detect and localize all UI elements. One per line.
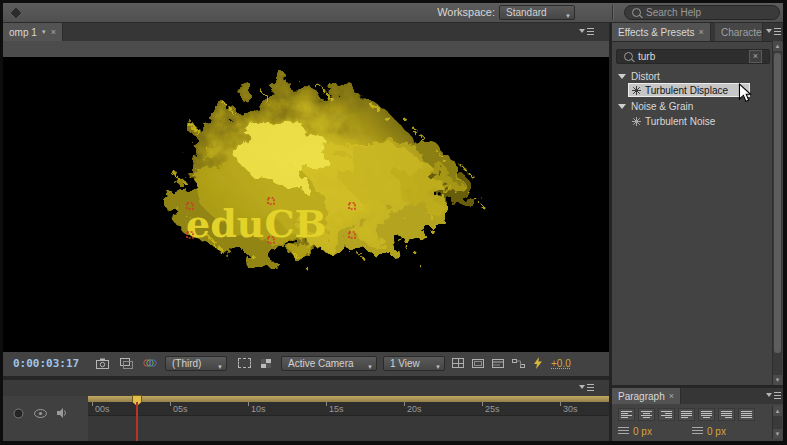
effects-search-value: turb bbox=[638, 51, 655, 62]
effects-search-input[interactable]: turb × bbox=[616, 49, 770, 64]
tab-character[interactable]: Characte bbox=[715, 23, 763, 41]
panel-menu-icon[interactable] bbox=[766, 26, 781, 37]
effect-item-turbulent-displace[interactable]: Turbulent Displace bbox=[628, 83, 750, 97]
ruler-tick-label: 20s bbox=[407, 404, 422, 414]
tab-paragraph-label: Paragraph bbox=[618, 391, 665, 402]
scrollbar-thumb[interactable] bbox=[774, 53, 781, 353]
indent-right-icon bbox=[692, 427, 703, 436]
effects-group-noise-grain[interactable]: Noise & Grain bbox=[618, 99, 693, 114]
indent-right-field[interactable]: 0 px bbox=[692, 426, 726, 437]
camera-view-dropdown[interactable]: Active Camera ▼ bbox=[281, 356, 377, 371]
safe-margins-icon[interactable] bbox=[469, 356, 487, 370]
top-toolbar: Workspace: Standard ▼ Search Help bbox=[3, 3, 783, 23]
eye-icon[interactable] bbox=[31, 406, 49, 420]
viewer-controls-bar: 0:00:03:17 (Third) ▼ Active Camera bbox=[3, 352, 609, 376]
clear-search-button[interactable]: × bbox=[749, 50, 762, 63]
indent-right-value: 0 px bbox=[707, 426, 726, 437]
tab-comp-1[interactable]: omp 1 ▼ × bbox=[3, 23, 63, 41]
panel-menu-icon[interactable] bbox=[579, 26, 594, 37]
timecode-field[interactable]: 0:00:03:17 bbox=[13, 357, 79, 370]
effect-item-turbulent-noise[interactable]: Turbulent Noise bbox=[632, 114, 715, 128]
comp-text-layer[interactable]: eduCB bbox=[186, 201, 327, 246]
workspace-dropdown[interactable]: Standard ▼ bbox=[499, 5, 575, 20]
timeline-ruler[interactable]: 00s 05s 10s 15s 20s 25s 30s bbox=[88, 396, 609, 441]
close-icon[interactable]: × bbox=[669, 392, 674, 401]
search-icon bbox=[624, 52, 633, 61]
justify-last-left-button[interactable] bbox=[678, 408, 695, 421]
align-left-button[interactable] bbox=[618, 408, 635, 421]
playhead-line[interactable] bbox=[136, 402, 138, 441]
help-search-input[interactable]: Search Help bbox=[624, 5, 780, 20]
snapshot-icon[interactable] bbox=[93, 356, 111, 370]
close-icon[interactable]: × bbox=[51, 28, 56, 37]
justify-all-button[interactable] bbox=[738, 408, 755, 421]
panel-menu-icon[interactable] bbox=[766, 390, 781, 401]
timeline-left-column bbox=[3, 396, 89, 441]
mouse-cursor-icon bbox=[738, 83, 752, 104]
ruler-tick-label: 15s bbox=[329, 404, 344, 414]
tab-effects-presets[interactable]: Effects & Presets × bbox=[612, 23, 711, 41]
justify-last-center-button[interactable] bbox=[698, 408, 715, 421]
align-right-button[interactable] bbox=[658, 408, 675, 421]
scroll-down-icon[interactable]: ▼ bbox=[773, 429, 782, 439]
chevron-down-icon: ▼ bbox=[217, 361, 223, 371]
grid-guides-icon[interactable] bbox=[449, 356, 467, 370]
chevron-down-icon: ▼ bbox=[435, 361, 441, 371]
tab-paragraph[interactable]: Paragraph × bbox=[612, 388, 681, 404]
indent-left-field[interactable]: 0 px bbox=[618, 426, 652, 437]
close-icon: × bbox=[753, 52, 758, 61]
disclosure-triangle-icon[interactable] bbox=[618, 104, 626, 109]
paragraph-content: 0 px 0 px ▲ ▼ bbox=[612, 404, 783, 441]
composition-tabbar: omp 1 ▼ × bbox=[3, 23, 609, 42]
indent-left-icon bbox=[618, 427, 629, 436]
effect-icon bbox=[632, 86, 641, 95]
show-snapshot-icon[interactable] bbox=[117, 356, 135, 370]
justify-last-right-button[interactable] bbox=[718, 408, 735, 421]
chevron-down-icon: ▼ bbox=[565, 10, 571, 20]
effects-group-label: Distort bbox=[631, 71, 660, 82]
app-chrome: Workspace: Standard ▼ Search Help omp 1 … bbox=[3, 3, 783, 441]
ruler-tick-label: 25s bbox=[485, 404, 500, 414]
exposure-field[interactable]: +0.0 bbox=[551, 358, 571, 369]
effects-tabbar: Effects & Presets × Characte bbox=[612, 23, 783, 42]
panel-menu-icon[interactable] bbox=[579, 382, 594, 393]
scroll-up-icon[interactable]: ▲ bbox=[773, 406, 782, 416]
audio-icon[interactable] bbox=[53, 406, 71, 420]
resolution-dropdown[interactable]: (Third) ▼ bbox=[165, 356, 227, 371]
channels-icon[interactable] bbox=[141, 356, 159, 370]
composition-viewport[interactable]: eduCB bbox=[3, 57, 609, 352]
ruler-tick-label: 30s bbox=[563, 404, 578, 414]
effects-group-distort[interactable]: Distort bbox=[618, 69, 660, 84]
record-dot-icon[interactable] bbox=[9, 406, 27, 420]
paragraph-scrollbar[interactable]: ▲ ▼ bbox=[772, 406, 782, 439]
tab-character-label: Characte bbox=[721, 27, 762, 38]
after-effects-window: Workspace: Standard ▼ Search Help omp 1 … bbox=[0, 0, 787, 445]
ruler-tick-label: 00s bbox=[95, 404, 110, 414]
time-ruler-band[interactable]: 00s 05s 10s 15s 20s 25s 30s bbox=[88, 402, 609, 416]
tab-effects-presets-label: Effects & Presets bbox=[618, 27, 695, 38]
mini-timeline-icon[interactable] bbox=[489, 356, 507, 370]
mini-flowchart-icon[interactable] bbox=[509, 356, 527, 370]
close-icon[interactable]: × bbox=[699, 28, 704, 37]
timeline-header-bar bbox=[3, 380, 609, 397]
fast-preview-icon[interactable] bbox=[529, 356, 547, 370]
disclosure-triangle-icon[interactable] bbox=[618, 74, 626, 79]
view-layout-value: 1 View bbox=[390, 358, 420, 369]
paragraph-tabbar: Paragraph × bbox=[612, 388, 783, 405]
indent-left-value: 0 px bbox=[633, 426, 652, 437]
search-icon bbox=[632, 8, 641, 17]
region-of-interest-icon[interactable] bbox=[235, 356, 253, 370]
workspace-dropdown-value: Standard bbox=[506, 7, 547, 18]
effect-item-label: Turbulent Noise bbox=[645, 116, 715, 127]
scroll-up-icon[interactable]: ▲ bbox=[773, 41, 782, 51]
resolution-value: (Third) bbox=[172, 358, 201, 369]
toolbar-divider bbox=[612, 5, 614, 20]
effects-scrollbar[interactable]: ▲ ▼ bbox=[772, 41, 782, 385]
app-icon bbox=[9, 6, 23, 20]
transparency-grid-icon[interactable] bbox=[257, 356, 275, 370]
align-center-button[interactable] bbox=[638, 408, 655, 421]
viewer-menu-icon[interactable]: ▼ bbox=[41, 29, 47, 35]
tab-comp-1-label: omp 1 bbox=[9, 27, 37, 38]
view-layout-dropdown[interactable]: 1 View ▼ bbox=[383, 356, 445, 371]
scroll-down-icon[interactable]: ▼ bbox=[773, 375, 782, 385]
